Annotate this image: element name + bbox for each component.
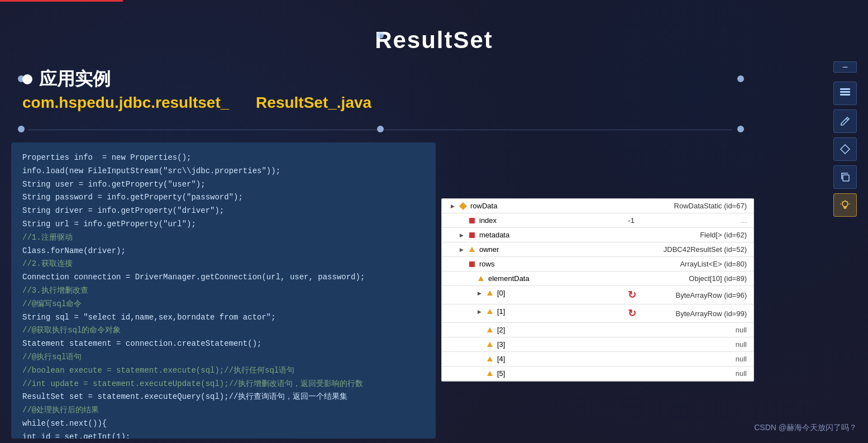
expand-arrow[interactable]: ▶ — [460, 247, 465, 253]
debug-row-name: elementData — [442, 271, 623, 285]
expand-arrow[interactable]: ▶ — [460, 232, 465, 238]
debug-row-value — [623, 352, 643, 366]
toolbar-minus-btn[interactable]: − — [833, 61, 857, 73]
expand-arrow[interactable] — [469, 276, 474, 282]
refresh-icon: ↻ — [628, 289, 636, 301]
svg-rect-1 — [840, 94, 850, 96]
debug-row-right-value: Field[> (id=62) — [643, 228, 753, 242]
debug-row-name: [3] — [442, 337, 623, 351]
row-label: [3] — [497, 340, 505, 349]
page-title: ResultSet — [375, 27, 493, 54]
row-icon — [478, 276, 484, 281]
debug-row-name: ▶owner — [442, 242, 623, 256]
debug-row[interactable]: elementDataObject[10] (id=89) — [442, 271, 753, 286]
code-line: //boolean execute = statement.execute(sq… — [22, 364, 425, 378]
toolbar-pencil-btn[interactable] — [833, 109, 857, 133]
expand-arrow[interactable] — [460, 261, 465, 267]
debug-row-name: ▶rowData — [442, 199, 623, 213]
debug-row-value: ↻ — [623, 286, 643, 304]
debug-panel: ▶rowDataRowDataStatic (id=67)index-1...▶… — [441, 198, 754, 382]
code-line: //@执行sql语句 — [22, 351, 425, 364]
debug-row[interactable]: [2]null — [442, 323, 753, 337]
expand-arrow[interactable] — [478, 356, 483, 362]
debug-row-value — [623, 257, 643, 271]
expand-arrow[interactable]: ▶ — [478, 290, 483, 296]
debug-row[interactable]: [4]null — [442, 352, 753, 366]
svg-rect-2 — [840, 88, 850, 90]
code-line: String password = info.getProperty("pass… — [22, 191, 425, 204]
row-label: [5] — [497, 369, 505, 378]
debug-row-right-value: ByteArrayRow (id=99) — [643, 304, 753, 323]
debug-row-right-value: RowDataStatic (id=67) — [643, 199, 753, 213]
code-line: int id = set.getInt(1); — [22, 431, 425, 439]
code-line: String user = info.getProperty("user"); — [22, 178, 425, 192]
expand-arrow[interactable] — [478, 327, 483, 333]
row-icon — [487, 327, 493, 332]
toolbar-copy-btn[interactable] — [833, 165, 857, 189]
debug-table: ▶rowDataRowDataStatic (id=67)index-1...▶… — [442, 199, 753, 381]
debug-row-value — [623, 323, 643, 337]
row-label: elementData — [488, 274, 530, 283]
top-red-line — [0, 0, 123, 2]
debug-row-name: ▶[1] — [442, 304, 623, 318]
row-label: metadata — [479, 231, 509, 239]
debug-row[interactable]: rowsArrayList<E> (id=80) — [442, 257, 753, 271]
debug-row-name: ▶[0] — [442, 286, 623, 300]
row-icon — [487, 309, 493, 314]
debug-row-value: ↻ — [623, 304, 643, 323]
debug-row[interactable]: [3]null — [442, 337, 753, 352]
row-icon — [469, 218, 475, 223]
svg-marker-3 — [841, 145, 850, 154]
debug-row[interactable]: index-1... — [442, 213, 753, 228]
code-line: //@处理执行后的结果 — [22, 404, 425, 417]
code-lines: Properties info = new Properties();info.… — [22, 151, 425, 439]
debug-row-value — [623, 242, 643, 257]
debug-row-right-value: null — [643, 323, 753, 337]
debug-row-name: [5] — [442, 366, 623, 380]
debug-row-right-value: JDBC42ResultSet (id=52) — [643, 242, 753, 257]
section-title-text: 应用实例 — [39, 67, 111, 92]
debug-row-value — [623, 228, 643, 242]
row-label: [0] — [497, 289, 505, 297]
expand-arrow[interactable] — [460, 218, 465, 223]
expand-arrow[interactable] — [478, 371, 483, 377]
right-toolbar: − — [833, 61, 857, 217]
code-line: //1.注册驱动 — [22, 231, 425, 245]
debug-row[interactable]: ▶rowDataRowDataStatic (id=67) — [442, 199, 753, 213]
debug-row[interactable]: ▶[1]↻ByteArrayRow (id=99) — [442, 304, 753, 323]
row-label: index — [479, 216, 497, 225]
code-line: String sql = "select id,name,sex,borndat… — [22, 311, 425, 325]
debug-row-right-value: ByteArrayRow (id=96) — [643, 286, 753, 304]
debug-row-name: [4] — [442, 352, 623, 366]
toolbar-eraser-btn[interactable] — [833, 137, 857, 161]
debug-row-value — [623, 366, 643, 381]
debug-row[interactable]: [5]null — [442, 366, 753, 381]
debug-row[interactable]: ▶metadataField[> (id=62) — [442, 228, 753, 242]
code-block: Properties info = new Properties();info.… — [11, 142, 436, 439]
dec-dot-6 — [737, 126, 744, 132]
row-label: [1] — [497, 307, 505, 316]
toolbar-layers-btn[interactable] — [833, 82, 857, 105]
debug-row-right-value: null — [643, 337, 753, 352]
subtitle-path: com.hspedu.jdbc.resultset_ ResultSet_.ja… — [22, 94, 371, 112]
debug-row-right-value: null — [643, 366, 753, 381]
toolbar-bulb-btn[interactable] — [833, 193, 857, 217]
expand-arrow[interactable] — [478, 342, 483, 347]
debug-row-name: rows — [442, 257, 623, 271]
row-label: owner — [479, 245, 499, 254]
code-line: Properties info = new Properties(); — [22, 151, 425, 165]
expand-arrow[interactable]: ▶ — [451, 203, 456, 209]
row-label: rowData — [470, 202, 497, 210]
debug-row-value: -1 — [623, 213, 643, 228]
debug-row-value — [623, 271, 643, 286]
row-icon — [469, 247, 475, 252]
debug-row[interactable]: ▶ownerJDBC42ResultSet (id=52) — [442, 242, 753, 257]
section-header: 应用实例 — [22, 67, 111, 92]
debug-row-value — [623, 199, 643, 213]
debug-row[interactable]: ▶[0]↻ByteArrayRow (id=96) — [442, 286, 753, 304]
expand-arrow[interactable]: ▶ — [478, 309, 483, 315]
row-icon — [487, 342, 493, 347]
code-line: //@编写sql命令 — [22, 298, 425, 311]
code-line: //@获取执行sql的命令对象 — [22, 324, 425, 337]
dec-dot-2 — [377, 32, 384, 39]
